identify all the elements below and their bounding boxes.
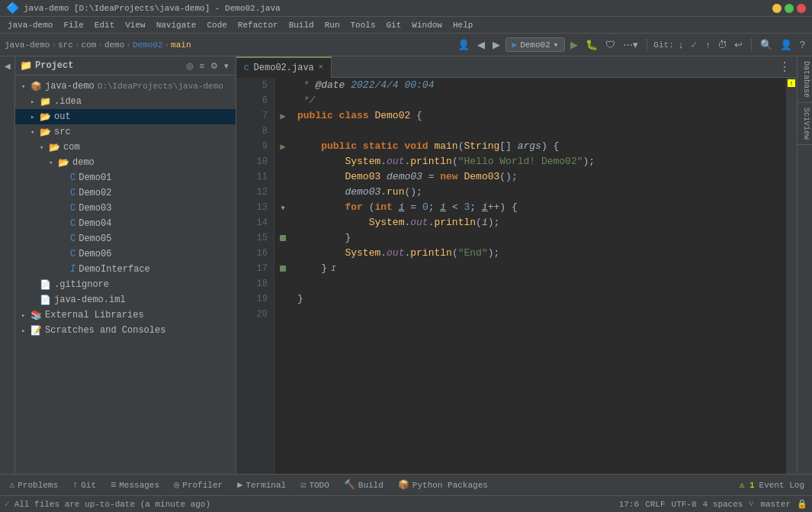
title-bar-controls[interactable] xyxy=(772,4,806,13)
bottom-tab-git-label: Git xyxy=(81,481,96,490)
git-push-button[interactable]: ↑ xyxy=(703,37,713,52)
ext-libs-icon: 📚 xyxy=(30,310,42,321)
menu-code[interactable]: Code xyxy=(202,19,231,31)
coverage-button[interactable]: 🛡 xyxy=(603,37,618,52)
fold-marker-line13[interactable]: ▾ xyxy=(274,200,291,215)
tree-item-demo06[interactable]: ▸ C Demo06 xyxy=(15,246,236,262)
tree-item-demo[interactable]: ▾ 📂 demo xyxy=(15,155,236,170)
tree-item-iml[interactable]: ▸ 📄 java-demo.iml xyxy=(15,292,236,308)
status-line-ending[interactable]: CRLF xyxy=(645,500,665,509)
git-update-button[interactable]: ↓ xyxy=(676,37,686,52)
help-button[interactable]: ? xyxy=(798,37,807,52)
run-config-label: Demo02 xyxy=(520,40,550,50)
code-content[interactable]: * @date 2022/4/4 00:04 */ public class D… xyxy=(291,78,786,474)
maximize-button[interactable] xyxy=(785,4,794,13)
breadcrumb-src[interactable]: src xyxy=(58,40,73,50)
tab-close-button[interactable]: × xyxy=(319,63,323,72)
tabs-more-button[interactable]: ⋮ xyxy=(772,60,797,75)
tree-item-demo04[interactable]: ▸ C Demo04 xyxy=(15,216,236,231)
code-editor[interactable]: 5 6 7 8 9 10 11 12 13 14 15 16 17 18 19 … xyxy=(236,78,797,474)
git-commit-button[interactable]: ✓ xyxy=(688,37,701,52)
git-undo-button[interactable]: ↩ xyxy=(732,37,745,52)
tree-item-ext-libs[interactable]: ▸ 📚 External Libraries xyxy=(15,308,236,323)
breadcrumb-demo02[interactable]: Demo02 xyxy=(133,40,163,50)
breadcrumb-java-demo[interactable]: java-demo xyxy=(5,40,50,50)
breadcrumb-com[interactable]: com xyxy=(81,40,96,50)
back-button[interactable]: ◀ xyxy=(475,37,487,52)
bottom-tab-python-packages[interactable]: 📦 Python Packages xyxy=(392,475,495,496)
menu-build[interactable]: Build xyxy=(284,19,319,31)
java-icon-demo06: C xyxy=(70,249,75,259)
breadcrumb-demo[interactable]: demo xyxy=(104,40,124,50)
breadcrumb-main[interactable]: main xyxy=(171,40,191,50)
tree-arrow-ext-libs: ▸ xyxy=(21,311,30,320)
status-encoding[interactable]: UTF-8 xyxy=(672,500,697,509)
status-branch[interactable]: master xyxy=(760,500,791,509)
menu-git[interactable]: Git xyxy=(382,19,406,31)
tree-item-com[interactable]: ▾ 📂 com xyxy=(15,140,236,155)
more-run-button[interactable]: ⋯▾ xyxy=(621,37,640,52)
status-indent[interactable]: 4 spaces xyxy=(703,500,743,509)
menu-run[interactable]: Run xyxy=(320,19,345,31)
bottom-tab-build[interactable]: 🔨 Build xyxy=(338,475,390,496)
close-button[interactable] xyxy=(797,4,806,13)
tree-item-demo05[interactable]: ▸ C Demo05 xyxy=(15,231,236,246)
menu-refactor[interactable]: Refactor xyxy=(233,19,283,31)
tree-item-demo02[interactable]: ▸ C Demo02 xyxy=(15,185,236,201)
bottom-tab-todo[interactable]: ☑ TODO xyxy=(294,475,336,496)
tree-label-demo05: Demo05 xyxy=(79,233,111,244)
menu-file[interactable]: File xyxy=(59,19,88,31)
menu-window[interactable]: Window xyxy=(407,19,447,31)
sidebar-settings-button[interactable]: ⚙ xyxy=(208,60,220,72)
bottom-tab-messages[interactable]: ≡ Messages xyxy=(104,475,166,496)
tab-java-icon: C xyxy=(244,63,249,72)
tree-item-src[interactable]: ▾ 📂 src xyxy=(15,124,236,140)
locate-file-button[interactable]: ◎ xyxy=(184,60,196,72)
event-log-label[interactable]: Event Log xyxy=(759,481,804,490)
run-arrow-line9[interactable]: ▶ xyxy=(274,139,291,154)
tree-item-demo01[interactable]: ▸ C Demo01 xyxy=(15,170,236,185)
run-arrow-line7[interactable]: ▶ xyxy=(274,108,291,124)
bookmark-line15[interactable] xyxy=(274,230,291,246)
code-line-6: */ xyxy=(297,93,780,108)
bottom-tab-profiler[interactable]: ◎ Profiler xyxy=(168,475,229,496)
tree-item-demo-interface[interactable]: ▸ I DemoInterface xyxy=(15,262,236,277)
tab-demo02[interactable]: C Demo02.java × xyxy=(236,56,332,78)
debug-button[interactable]: 🐛 xyxy=(583,37,600,52)
bottom-tab-terminal[interactable]: ▶ Terminal xyxy=(231,475,293,496)
tree-item-idea[interactable]: ▸ 📁 .idea xyxy=(15,94,236,109)
menu-edit[interactable]: Edit xyxy=(90,19,119,31)
java-icon-demo01: C xyxy=(70,172,75,183)
bottom-tab-problems[interactable]: ⚠ Problems xyxy=(3,475,65,496)
git-icon: ↑ xyxy=(72,480,78,491)
menu-tools[interactable]: Tools xyxy=(346,19,380,31)
tree-item-java-demo[interactable]: ▾ 📦 java-demo D:\IdeaProjects\java-demo xyxy=(15,79,236,94)
title-bar: 🔷 java-demo [D:\IdeaProjects\java-demo] … xyxy=(0,0,812,17)
tree-item-gitignore[interactable]: ▸ 📄 .gitignore xyxy=(15,277,236,292)
bookmark-line17[interactable] xyxy=(274,261,291,276)
sidebar-expand-button[interactable]: ▾ xyxy=(222,60,231,72)
run-button[interactable]: ▶ xyxy=(568,37,580,52)
left-strip-btn-1[interactable]: ◀ xyxy=(2,60,14,72)
minimize-button[interactable] xyxy=(772,4,782,13)
search-button[interactable]: 🔍 xyxy=(758,37,775,52)
account-icon[interactable]: 👤 xyxy=(455,37,472,52)
git-history-button[interactable]: ⏱ xyxy=(715,37,730,52)
code-line-19: } xyxy=(297,291,780,307)
menu-view[interactable]: View xyxy=(120,19,149,31)
sciview-panel-label[interactable]: SciView xyxy=(798,103,812,145)
tree-item-scratches[interactable]: ▸ 📝 Scratches and Consoles xyxy=(15,323,236,338)
database-panel-label[interactable]: Database xyxy=(798,56,812,103)
bottom-tab-git[interactable]: ↑ Git xyxy=(66,475,103,496)
todo-icon: ☑ xyxy=(300,479,306,491)
menu-navigate[interactable]: Navigate xyxy=(152,19,201,31)
status-position[interactable]: 17:6 xyxy=(619,500,639,509)
forward-button[interactable]: ▶ xyxy=(490,37,502,52)
collapse-all-button[interactable]: ≡ xyxy=(197,60,207,72)
tree-item-out[interactable]: ▸ 📂 out xyxy=(15,109,236,124)
tree-item-demo03[interactable]: ▸ C Demo03 xyxy=(15,201,236,216)
avatar-button[interactable]: 👤 xyxy=(778,37,794,52)
run-config-selector[interactable]: ▶ Demo02 ▾ xyxy=(505,37,566,52)
menu-help[interactable]: Help xyxy=(448,19,477,31)
menu-java-demo[interactable]: java-demo xyxy=(3,19,57,31)
